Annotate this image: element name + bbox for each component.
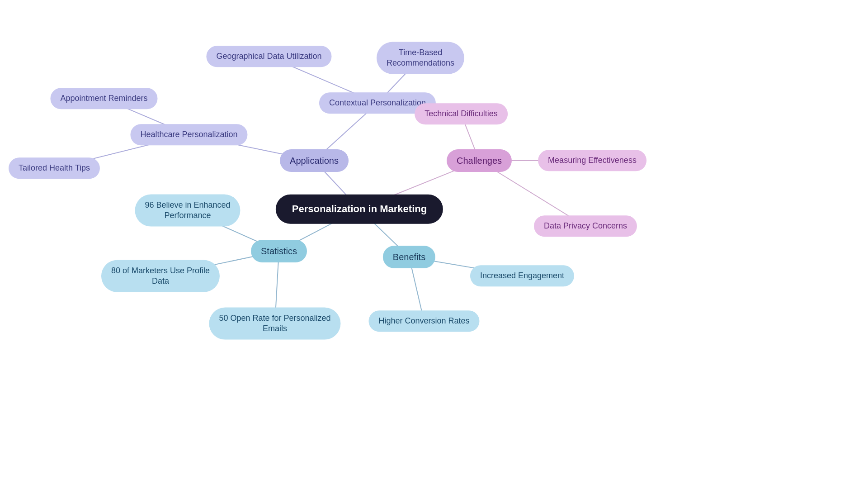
central-node: Personalization in Marketing xyxy=(276,195,443,224)
statistics-node: Statistics xyxy=(251,240,307,262)
timebased-node: Time-BasedRecommendations xyxy=(377,42,464,74)
appointment-node: Appointment Reminders xyxy=(50,88,157,109)
applications-node: Applications xyxy=(280,149,349,172)
challenges-node: Challenges xyxy=(447,149,512,172)
healthcare-node: Healthcare Personalization xyxy=(130,124,247,145)
measuring-node: Measuring Effectiveness xyxy=(538,150,646,171)
tailored-node: Tailored Health Tips xyxy=(9,157,100,179)
believe-node: 96 Believe in EnhancedPerformance xyxy=(135,195,240,227)
benefits-node: Benefits xyxy=(383,246,435,268)
openrate-node: 50 Open Rate for PersonalizedEmails xyxy=(209,308,340,340)
geo-node: Geographical Data Utilization xyxy=(206,46,331,67)
engagement-node: Increased Engagement xyxy=(470,265,574,286)
conversion-node: Higher Conversion Rates xyxy=(368,310,479,332)
marketers-node: 80 of Marketers Use ProfileData xyxy=(101,260,220,292)
privacy-node: Data Privacy Concerns xyxy=(534,215,637,237)
technical-node: Technical Difficulties xyxy=(415,103,508,124)
